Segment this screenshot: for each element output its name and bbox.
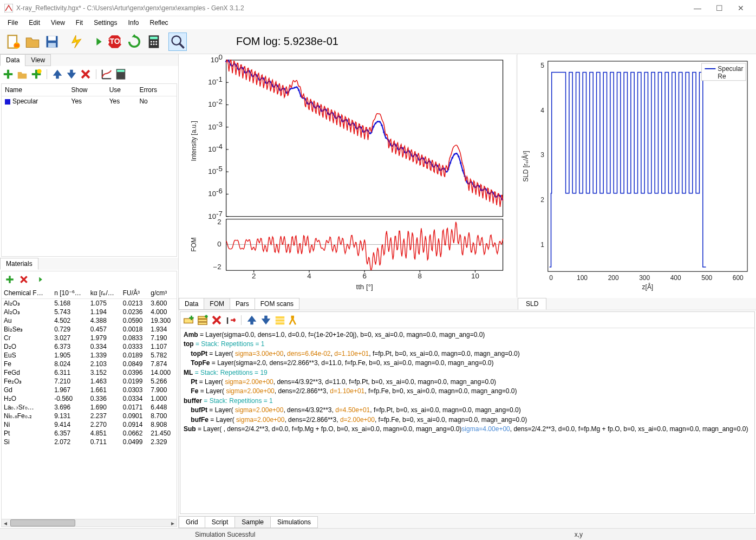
simulate-button[interactable] xyxy=(67,32,85,51)
materials-col[interactable]: Chemical F… xyxy=(2,288,52,299)
menu-info[interactable]: Info xyxy=(123,18,145,28)
menu-reflec[interactable]: Reflec xyxy=(145,18,174,28)
calculate-data-button[interactable] xyxy=(115,68,127,80)
move-up-button[interactable] xyxy=(51,68,63,80)
materials-tabstrip: Materials xyxy=(0,258,178,270)
svg-point-13 xyxy=(151,43,152,45)
add-data-button[interactable] xyxy=(2,68,14,80)
intensity-plot-panel[interactable]: Intensity [a.u.] 10010-110-210-310-410-5… xyxy=(179,54,518,298)
materials-row[interactable]: EuS1.9051.3390.01895.782 xyxy=(2,351,177,360)
new-file-button[interactable] xyxy=(4,32,22,51)
app-icon xyxy=(4,4,13,12)
midtab-data[interactable]: Data xyxy=(179,298,204,310)
main-toolbar: STOP FOM log: 5.9238e-01 xyxy=(0,29,756,54)
materials-row[interactable]: Bi₂Se₃0.7290.4570.00181.934 xyxy=(2,325,177,334)
bottomtab-grid[interactable]: Grid xyxy=(179,516,205,528)
menu-file[interactable]: File xyxy=(2,18,23,28)
sample-params-button[interactable] xyxy=(274,314,286,326)
materials-row[interactable]: FeGd6.3113.1520.039614.000 xyxy=(2,368,177,377)
delete-layer-button[interactable] xyxy=(211,314,223,326)
materials-col[interactable]: kα [rₑ/… xyxy=(88,288,121,299)
layer-up-button[interactable] xyxy=(246,314,258,326)
tab-materials[interactable]: Materials xyxy=(0,258,38,270)
svg-point-10 xyxy=(151,41,152,42)
svg-point-113 xyxy=(379,121,381,122)
restart-fit-button[interactable] xyxy=(125,32,144,51)
menu-fit[interactable]: Fit xyxy=(70,18,88,28)
materials-row[interactable]: La₀.₇Sr₀…3.6961.6900.01716.448 xyxy=(2,403,177,412)
sld-plot-panel[interactable]: SLD [rₑ/Å³] 12345 0100200300400500600 z[… xyxy=(518,54,756,298)
materials-row[interactable]: Gd1.9671.6610.03037.900 xyxy=(2,386,177,394)
tab-view[interactable]: View xyxy=(25,54,51,66)
materials-row[interactable]: Si2.0720.7110.04992.329 xyxy=(2,438,177,446)
zoom-button[interactable] xyxy=(168,32,187,51)
add-layer-button[interactable] xyxy=(183,314,194,326)
materials-row[interactable]: D₂O6.3730.3340.03331.107 xyxy=(2,342,177,351)
materials-row[interactable]: Al₂O₃5.1681.0750.02133.600 xyxy=(2,299,177,308)
stop-fit-button[interactable]: STOP xyxy=(106,32,124,51)
rename-layer-button[interactable]: I xyxy=(225,314,237,326)
midtab-pars[interactable]: Pars xyxy=(230,298,255,310)
materials-row[interactable]: Ni9.4142.2700.09148.908 xyxy=(2,420,177,429)
add-simulation-button[interactable] xyxy=(30,68,42,80)
col-use[interactable]: Use xyxy=(106,84,136,96)
col-errors[interactable]: Errors xyxy=(136,84,177,96)
svg-text:FOM: FOM xyxy=(190,237,198,252)
materials-col[interactable]: n [10⁻⁶… xyxy=(52,288,88,299)
menu-view[interactable]: View xyxy=(45,18,70,28)
materials-hscroll[interactable]: ◂▸ xyxy=(2,519,177,526)
maximize-button[interactable]: ☐ xyxy=(708,4,730,12)
tab-sld[interactable]: SLD xyxy=(518,298,546,310)
midtab-fomscans[interactable]: FOM scans xyxy=(255,298,299,310)
menubar: File Edit View Fit Settings Info Reflec xyxy=(0,16,756,29)
bottomtab-simulations[interactable]: Simulations xyxy=(270,516,318,528)
delete-data-button[interactable] xyxy=(80,68,92,80)
col-show[interactable]: Show xyxy=(68,84,106,96)
plot-settings-button[interactable] xyxy=(101,68,113,80)
col-name[interactable]: Name xyxy=(2,84,68,96)
save-file-button[interactable] xyxy=(43,32,61,51)
menu-settings[interactable]: Settings xyxy=(88,18,122,28)
svg-text:STOP: STOP xyxy=(107,36,122,45)
svg-text:200: 200 xyxy=(608,274,619,282)
menu-edit[interactable]: Edit xyxy=(23,18,45,28)
import-data-button[interactable] xyxy=(16,68,28,80)
move-down-button[interactable] xyxy=(66,68,77,80)
data-list[interactable]: Name Show Use Errors SpecularYesYesNo xyxy=(1,83,177,257)
status-coords: x,y xyxy=(575,531,583,538)
delete-material-button[interactable] xyxy=(18,274,30,285)
apply-material-button[interactable] xyxy=(32,274,44,285)
add-stack-button[interactable] xyxy=(197,314,208,326)
midtab-fom[interactable]: FOM xyxy=(204,298,230,310)
svg-rect-4 xyxy=(48,36,56,40)
add-material-button[interactable] xyxy=(4,274,16,285)
materials-table[interactable]: Chemical F…n [10⁻⁶…kα [rₑ/…FU/Å³g/cm³ Al… xyxy=(2,288,177,519)
materials-row[interactable]: Fe₂O₃7.2101.4630.01995.266 xyxy=(2,377,177,386)
tab-data[interactable]: Data xyxy=(0,54,25,66)
close-button[interactable]: ✕ xyxy=(730,4,752,12)
materials-row[interactable]: Pt6.3574.8510.066221.450 xyxy=(2,429,177,438)
materials-row[interactable]: H₂O-0.5600.3360.03341.000 xyxy=(2,394,177,403)
minimize-button[interactable]: — xyxy=(687,4,708,12)
instrument-button[interactable] xyxy=(288,314,300,326)
bottomtab-script[interactable]: Script xyxy=(205,516,236,528)
open-file-button[interactable] xyxy=(23,32,42,51)
materials-row[interactable]: Fe8.0242.1030.08497.874 xyxy=(2,360,177,368)
materials-toolbar xyxy=(2,271,177,288)
sample-editor: I Amb = Layer(sigma=0.0, dens=1.0, d=0.0… xyxy=(180,311,755,514)
materials-col[interactable]: g/cm³ xyxy=(148,288,177,299)
layer-down-button[interactable] xyxy=(260,314,272,326)
svg-text:0: 0 xyxy=(217,241,221,248)
bottomtab-sample[interactable]: Sample xyxy=(234,516,271,528)
materials-row[interactable]: Au4.5024.3880.059019.300 xyxy=(2,316,177,325)
materials-row[interactable]: Cr3.0271.9790.08337.190 xyxy=(2,334,177,342)
run-fit-button[interactable] xyxy=(86,32,105,51)
materials-col[interactable]: FU/Å³ xyxy=(121,288,149,299)
calculate-button[interactable] xyxy=(145,32,163,51)
sample-code[interactable]: Amb = Layer(sigma=0.0, dens=1.0, d=0.0, … xyxy=(180,328,754,513)
materials-row[interactable]: Ni₀.₈Fe₀.₂9.1312.2370.09018.700 xyxy=(2,412,177,420)
data-row[interactable]: SpecularYesYesNo xyxy=(2,96,177,107)
materials-row[interactable]: Al₂O₃5.7431.1940.02364.000 xyxy=(2,308,177,316)
materials-panel: Chemical F…n [10⁻⁶…kα [rₑ/…FU/Å³g/cm³ Al… xyxy=(1,271,177,527)
svg-rect-212 xyxy=(198,322,207,324)
